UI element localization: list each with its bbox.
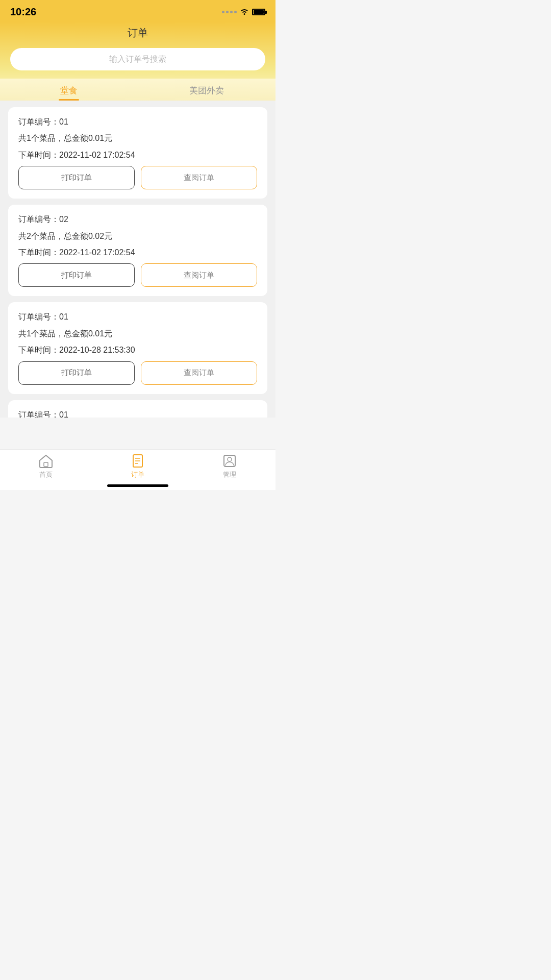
search-bar-container: 输入订单号搜索 [0, 48, 276, 79]
order-time-3: 下单时间：2022-10-28 21:53:30 [18, 345, 257, 356]
order-time-2: 下单时间：2022-11-02 17:02:54 [18, 247, 257, 258]
orders-list: 订单编号：01 共1个菜品，总金额0.01元 下单时间：2022-11-02 1… [0, 101, 276, 418]
tabs: 堂食 美团外卖 [0, 79, 276, 101]
view-button-3[interactable]: 查阅订单 [141, 361, 257, 385]
wifi-icon [240, 8, 249, 16]
order-number-4: 订单编号：01 [18, 409, 257, 418]
view-button-1[interactable]: 查阅订单 [141, 166, 257, 189]
home-icon [38, 454, 54, 468]
order-number-1: 订单编号：01 [18, 116, 257, 128]
page-title: 订单 [0, 22, 276, 48]
header-area: 订单 输入订单号搜索 堂食 美团外卖 [0, 22, 276, 101]
signal-icon [222, 11, 237, 13]
status-time: 10:26 [10, 6, 36, 18]
nav-orders[interactable]: 订单 [92, 454, 184, 479]
order-items-1: 共1个菜品，总金额0.01元 [18, 133, 257, 144]
order-number-2: 订单编号：02 [18, 214, 257, 225]
manage-icon [222, 454, 237, 468]
status-icons [222, 8, 265, 16]
search-placeholder: 输入订单号搜索 [109, 54, 166, 65]
order-card-1: 订单编号：01 共1个菜品，总金额0.01元 下单时间：2022-11-02 1… [8, 107, 267, 199]
order-actions-1: 打印订单 查阅订单 [18, 166, 257, 189]
order-number-3: 订单编号：01 [18, 311, 257, 323]
order-time-1: 下单时间：2022-11-02 17:02:54 [18, 150, 257, 161]
order-card-4-partial: 订单编号：01 共1个菜品，总金额1.00元 [8, 400, 267, 418]
tab-tang[interactable]: 堂食 [0, 79, 138, 101]
order-items-3: 共1个菜品，总金额0.01元 [18, 328, 257, 339]
nav-home[interactable]: 首页 [0, 454, 92, 479]
print-button-2[interactable]: 打印订单 [18, 263, 135, 287]
order-actions-2: 打印订单 查阅订单 [18, 263, 257, 287]
svg-point-6 [228, 457, 232, 461]
nav-manage[interactable]: 管理 [184, 454, 276, 479]
home-indicator [107, 484, 168, 487]
order-card-2: 订单编号：02 共2个菜品，总金额0.02元 下单时间：2022-11-02 1… [8, 205, 267, 296]
tab-meituan[interactable]: 美团外卖 [138, 79, 276, 101]
orders-icon [130, 454, 145, 468]
battery-icon [252, 9, 265, 15]
order-items-2: 共2个菜品，总金额0.02元 [18, 231, 257, 242]
nav-home-label: 首页 [39, 470, 53, 479]
svg-rect-0 [44, 462, 48, 467]
order-actions-3: 打印订单 查阅订单 [18, 361, 257, 385]
search-bar[interactable]: 输入订单号搜索 [10, 48, 265, 70]
status-bar: 10:26 [0, 0, 276, 22]
order-card-3: 订单编号：01 共1个菜品，总金额0.01元 下单时间：2022-10-28 2… [8, 302, 267, 394]
print-button-3[interactable]: 打印订单 [18, 361, 135, 385]
view-button-2[interactable]: 查阅订单 [141, 263, 257, 287]
nav-manage-label: 管理 [223, 470, 236, 479]
print-button-1[interactable]: 打印订单 [18, 166, 135, 189]
nav-orders-label: 订单 [131, 470, 144, 479]
bottom-nav: 首页 订单 管理 [0, 449, 276, 490]
